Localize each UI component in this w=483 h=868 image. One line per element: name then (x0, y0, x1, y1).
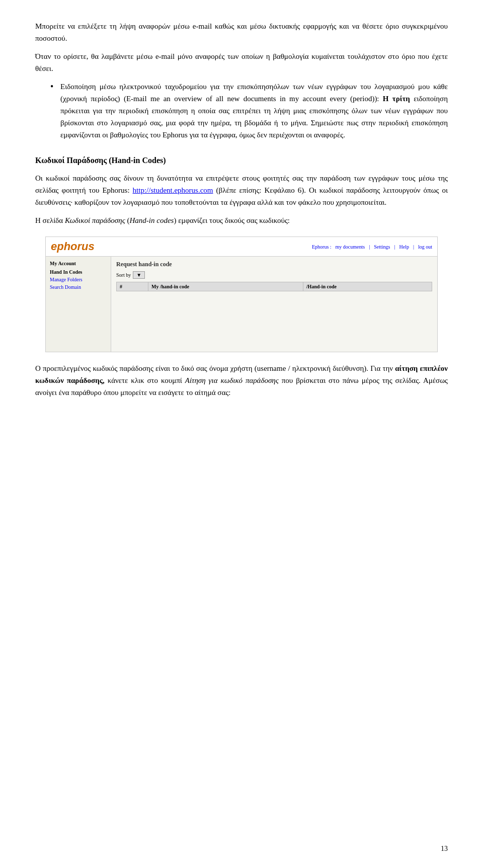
nav-separator-2: | (394, 244, 395, 250)
para1-text: Μπορείτε να επιλέξετε τη λήψη αναφορών μ… (35, 22, 448, 42)
screenshot-top-bar: ephorus Ephorus : my documents | Setting… (46, 237, 437, 257)
sidebar-account-title: My Account (50, 261, 107, 266)
screenshot-table: # My /hand-in code /Hand-in code (116, 282, 432, 291)
col-handin: /Hand-in code (303, 282, 432, 291)
para4-suffix: ) εμφανίζει τους δικούς σας κωδικούς: (174, 216, 290, 224)
sort-by-label: Sort by (116, 272, 131, 278)
ephorus-logo: ephorus (46, 237, 100, 256)
para4-italic: Κωδικοί παράδοσης (65, 216, 125, 224)
nav-label-ephorus: Ephorus : (312, 244, 332, 250)
nav-separator-3: | (413, 244, 414, 250)
screenshot-nav: Ephorus : my documents | Settings | Help… (312, 244, 437, 250)
sidebar-hand-in-codes: Hand In Codes (50, 269, 107, 275)
nav-logout: log out (418, 244, 432, 250)
sort-toolbar: Sort by ▼ (116, 271, 432, 279)
paragraph-5: Ο προεπιλεγμένος κωδικός παράδοσης είναι… (35, 362, 448, 399)
screenshot-main: Request hand-in code Sort by ▼ # My /han… (111, 257, 437, 352)
para5-middle: κάνετε κλικ στο κουμπί (105, 376, 185, 384)
bullet-item-1: • Ειδοποίηση μέσω ηλεκτρονικού ταχυδρομε… (50, 81, 448, 141)
col-my-handin: My /hand-in code (148, 282, 303, 291)
paragraph-1: Μπορείτε να επιλέξετε τη λήψη αναφορών μ… (35, 20, 448, 44)
para5-prefix: Ο προεπιλεγμένος κωδικός παράδοσης είναι… (35, 364, 395, 372)
screenshot-sidebar: My Account Hand In Codes Manage Folders … (46, 257, 111, 352)
bullet-text-bold: Η τρίτη (379, 95, 410, 103)
ephorus-student-link[interactable]: http://student.ephorus.com (133, 186, 213, 194)
nav-my-documents: my documents (336, 244, 365, 250)
screenshot-main-title: Request hand-in code (116, 261, 432, 268)
table-header-row: # My /hand-in code /Hand-in code (117, 282, 432, 291)
ephorus-screenshot: ephorus Ephorus : my documents | Setting… (45, 236, 438, 352)
sidebar-manage-folders: Manage Folders (50, 277, 107, 282)
sidebar-search-domain: Search Domain (50, 284, 107, 290)
page-number: 13 (441, 845, 448, 853)
para5-italic: Αίτηση για κωδικό παράδοσης (185, 376, 279, 384)
paragraph-3: Οι κωδικοί παράδοσης σας δίνουν τη δυνατ… (35, 172, 448, 208)
paragraph-2: Όταν το ορίσετε, θα λαμβάνετε μέσω e-mai… (35, 50, 448, 74)
bullet-dot: • (50, 80, 60, 94)
paragraph-4: Η σελίδα Κωδικοί παράδοσης (Hand-in code… (35, 214, 448, 226)
nav-help: Help (399, 244, 409, 250)
nav-settings: Settings (374, 244, 390, 250)
col-number: # (117, 282, 148, 291)
link-text: http://student.ephorus.com (133, 186, 213, 194)
bullet-section: • Ειδοποίηση μέσω ηλεκτρονικού ταχυδρομε… (50, 81, 448, 141)
para4-prefix: Η σελίδα (35, 216, 65, 224)
section-heading: Κωδικοί Παράδοσης (Hand-in Codes) (35, 156, 448, 165)
bullet-text: Ειδοποίηση μέσω ηλεκτρονικού ταχυδρομείο… (60, 81, 448, 141)
page: Μπορείτε να επιλέξετε τη λήψη αναφορών μ… (0, 0, 483, 868)
nav-separator-1: | (369, 244, 370, 250)
sort-button[interactable]: ▼ (133, 271, 145, 279)
para4-italic2: Hand-in codes (129, 216, 174, 224)
screenshot-body: My Account Hand In Codes Manage Folders … (46, 257, 437, 352)
para2-text: Όταν το ορίσετε, θα λαμβάνετε μέσω e-mai… (35, 52, 448, 72)
